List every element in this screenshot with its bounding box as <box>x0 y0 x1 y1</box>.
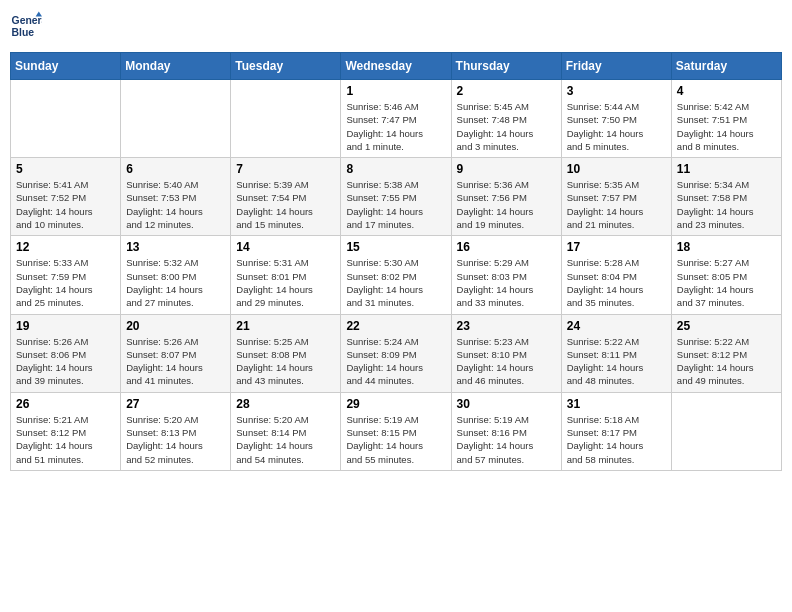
calendar-cell <box>121 80 231 158</box>
calendar-cell: 2Sunrise: 5:45 AM Sunset: 7:48 PM Daylig… <box>451 80 561 158</box>
day-number: 15 <box>346 240 445 254</box>
calendar-cell: 12Sunrise: 5:33 AM Sunset: 7:59 PM Dayli… <box>11 236 121 314</box>
day-info: Sunrise: 5:42 AM Sunset: 7:51 PM Dayligh… <box>677 100 776 153</box>
day-number: 4 <box>677 84 776 98</box>
calendar-cell: 5Sunrise: 5:41 AM Sunset: 7:52 PM Daylig… <box>11 158 121 236</box>
day-info: Sunrise: 5:29 AM Sunset: 8:03 PM Dayligh… <box>457 256 556 309</box>
day-info: Sunrise: 5:21 AM Sunset: 8:12 PM Dayligh… <box>16 413 115 466</box>
calendar-cell <box>11 80 121 158</box>
weekday-header-saturday: Saturday <box>671 53 781 80</box>
day-info: Sunrise: 5:23 AM Sunset: 8:10 PM Dayligh… <box>457 335 556 388</box>
calendar-cell: 9Sunrise: 5:36 AM Sunset: 7:56 PM Daylig… <box>451 158 561 236</box>
day-info: Sunrise: 5:45 AM Sunset: 7:48 PM Dayligh… <box>457 100 556 153</box>
day-number: 23 <box>457 319 556 333</box>
weekday-header-monday: Monday <box>121 53 231 80</box>
day-number: 25 <box>677 319 776 333</box>
calendar-week-4: 19Sunrise: 5:26 AM Sunset: 8:06 PM Dayli… <box>11 314 782 392</box>
weekday-header-sunday: Sunday <box>11 53 121 80</box>
day-number: 11 <box>677 162 776 176</box>
day-info: Sunrise: 5:20 AM Sunset: 8:14 PM Dayligh… <box>236 413 335 466</box>
day-info: Sunrise: 5:41 AM Sunset: 7:52 PM Dayligh… <box>16 178 115 231</box>
day-number: 16 <box>457 240 556 254</box>
calendar-cell: 18Sunrise: 5:27 AM Sunset: 8:05 PM Dayli… <box>671 236 781 314</box>
day-info: Sunrise: 5:26 AM Sunset: 8:07 PM Dayligh… <box>126 335 225 388</box>
day-info: Sunrise: 5:33 AM Sunset: 7:59 PM Dayligh… <box>16 256 115 309</box>
calendar-cell: 17Sunrise: 5:28 AM Sunset: 8:04 PM Dayli… <box>561 236 671 314</box>
day-info: Sunrise: 5:26 AM Sunset: 8:06 PM Dayligh… <box>16 335 115 388</box>
day-number: 2 <box>457 84 556 98</box>
calendar-week-3: 12Sunrise: 5:33 AM Sunset: 7:59 PM Dayli… <box>11 236 782 314</box>
weekday-header-row: SundayMondayTuesdayWednesdayThursdayFrid… <box>11 53 782 80</box>
day-number: 20 <box>126 319 225 333</box>
calendar-cell: 27Sunrise: 5:20 AM Sunset: 8:13 PM Dayli… <box>121 392 231 470</box>
day-info: Sunrise: 5:35 AM Sunset: 7:57 PM Dayligh… <box>567 178 666 231</box>
calendar-cell: 19Sunrise: 5:26 AM Sunset: 8:06 PM Dayli… <box>11 314 121 392</box>
day-number: 9 <box>457 162 556 176</box>
calendar-week-1: 1Sunrise: 5:46 AM Sunset: 7:47 PM Daylig… <box>11 80 782 158</box>
weekday-header-tuesday: Tuesday <box>231 53 341 80</box>
calendar-cell <box>231 80 341 158</box>
day-info: Sunrise: 5:38 AM Sunset: 7:55 PM Dayligh… <box>346 178 445 231</box>
day-info: Sunrise: 5:40 AM Sunset: 7:53 PM Dayligh… <box>126 178 225 231</box>
calendar-cell: 29Sunrise: 5:19 AM Sunset: 8:15 PM Dayli… <box>341 392 451 470</box>
calendar-cell: 21Sunrise: 5:25 AM Sunset: 8:08 PM Dayli… <box>231 314 341 392</box>
day-number: 27 <box>126 397 225 411</box>
calendar-cell: 26Sunrise: 5:21 AM Sunset: 8:12 PM Dayli… <box>11 392 121 470</box>
calendar-cell: 20Sunrise: 5:26 AM Sunset: 8:07 PM Dayli… <box>121 314 231 392</box>
calendar-cell: 7Sunrise: 5:39 AM Sunset: 7:54 PM Daylig… <box>231 158 341 236</box>
calendar-body: 1Sunrise: 5:46 AM Sunset: 7:47 PM Daylig… <box>11 80 782 471</box>
day-info: Sunrise: 5:34 AM Sunset: 7:58 PM Dayligh… <box>677 178 776 231</box>
day-info: Sunrise: 5:24 AM Sunset: 8:09 PM Dayligh… <box>346 335 445 388</box>
calendar-cell: 10Sunrise: 5:35 AM Sunset: 7:57 PM Dayli… <box>561 158 671 236</box>
day-info: Sunrise: 5:22 AM Sunset: 8:11 PM Dayligh… <box>567 335 666 388</box>
calendar-cell: 3Sunrise: 5:44 AM Sunset: 7:50 PM Daylig… <box>561 80 671 158</box>
weekday-header-friday: Friday <box>561 53 671 80</box>
day-number: 31 <box>567 397 666 411</box>
day-info: Sunrise: 5:19 AM Sunset: 8:15 PM Dayligh… <box>346 413 445 466</box>
day-info: Sunrise: 5:44 AM Sunset: 7:50 PM Dayligh… <box>567 100 666 153</box>
day-number: 19 <box>16 319 115 333</box>
day-number: 5 <box>16 162 115 176</box>
svg-text:General: General <box>12 15 42 26</box>
weekday-header-wednesday: Wednesday <box>341 53 451 80</box>
day-number: 3 <box>567 84 666 98</box>
svg-marker-2 <box>36 12 42 17</box>
calendar-cell: 6Sunrise: 5:40 AM Sunset: 7:53 PM Daylig… <box>121 158 231 236</box>
calendar-cell: 16Sunrise: 5:29 AM Sunset: 8:03 PM Dayli… <box>451 236 561 314</box>
calendar-cell: 4Sunrise: 5:42 AM Sunset: 7:51 PM Daylig… <box>671 80 781 158</box>
day-number: 6 <box>126 162 225 176</box>
calendar-cell: 14Sunrise: 5:31 AM Sunset: 8:01 PM Dayli… <box>231 236 341 314</box>
calendar-week-2: 5Sunrise: 5:41 AM Sunset: 7:52 PM Daylig… <box>11 158 782 236</box>
day-number: 26 <box>16 397 115 411</box>
day-info: Sunrise: 5:46 AM Sunset: 7:47 PM Dayligh… <box>346 100 445 153</box>
calendar-cell: 28Sunrise: 5:20 AM Sunset: 8:14 PM Dayli… <box>231 392 341 470</box>
svg-text:Blue: Blue <box>12 27 35 38</box>
calendar-cell: 1Sunrise: 5:46 AM Sunset: 7:47 PM Daylig… <box>341 80 451 158</box>
calendar-cell: 11Sunrise: 5:34 AM Sunset: 7:58 PM Dayli… <box>671 158 781 236</box>
day-info: Sunrise: 5:18 AM Sunset: 8:17 PM Dayligh… <box>567 413 666 466</box>
day-info: Sunrise: 5:32 AM Sunset: 8:00 PM Dayligh… <box>126 256 225 309</box>
day-number: 12 <box>16 240 115 254</box>
calendar-cell: 13Sunrise: 5:32 AM Sunset: 8:00 PM Dayli… <box>121 236 231 314</box>
day-number: 29 <box>346 397 445 411</box>
day-number: 17 <box>567 240 666 254</box>
day-info: Sunrise: 5:19 AM Sunset: 8:16 PM Dayligh… <box>457 413 556 466</box>
day-number: 21 <box>236 319 335 333</box>
calendar-cell <box>671 392 781 470</box>
calendar-cell: 23Sunrise: 5:23 AM Sunset: 8:10 PM Dayli… <box>451 314 561 392</box>
calendar-cell: 25Sunrise: 5:22 AM Sunset: 8:12 PM Dayli… <box>671 314 781 392</box>
day-number: 8 <box>346 162 445 176</box>
day-number: 24 <box>567 319 666 333</box>
day-number: 13 <box>126 240 225 254</box>
logo-icon: General Blue <box>10 10 42 42</box>
calendar-cell: 30Sunrise: 5:19 AM Sunset: 8:16 PM Dayli… <box>451 392 561 470</box>
day-info: Sunrise: 5:27 AM Sunset: 8:05 PM Dayligh… <box>677 256 776 309</box>
day-number: 1 <box>346 84 445 98</box>
calendar-week-5: 26Sunrise: 5:21 AM Sunset: 8:12 PM Dayli… <box>11 392 782 470</box>
day-info: Sunrise: 5:25 AM Sunset: 8:08 PM Dayligh… <box>236 335 335 388</box>
day-number: 28 <box>236 397 335 411</box>
calendar-cell: 8Sunrise: 5:38 AM Sunset: 7:55 PM Daylig… <box>341 158 451 236</box>
logo: General Blue <box>10 10 46 42</box>
day-number: 22 <box>346 319 445 333</box>
day-info: Sunrise: 5:20 AM Sunset: 8:13 PM Dayligh… <box>126 413 225 466</box>
